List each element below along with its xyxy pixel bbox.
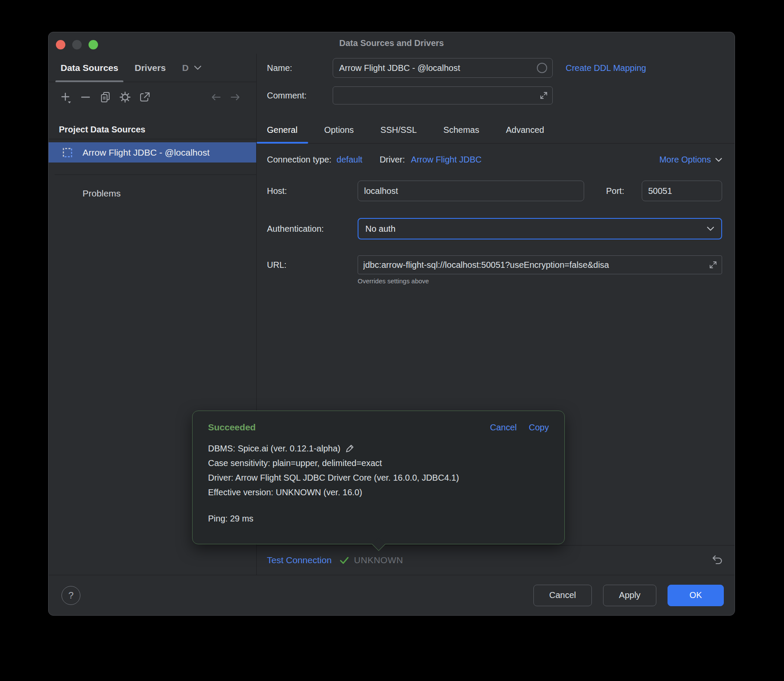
url-label: URL:: [267, 260, 358, 270]
minimize-window-button[interactable]: [72, 40, 82, 49]
driver-value-link[interactable]: Arrow Flight JDBC: [411, 155, 481, 165]
popup-driver-line: Driver: Arrow Flight SQL JDBC Driver Cor…: [208, 470, 549, 485]
tree-section-project-data-sources[interactable]: Project Data Sources: [49, 121, 256, 138]
tab-general[interactable]: General: [257, 117, 308, 143]
tab-ssh-ssl[interactable]: SSH/SSL: [370, 117, 427, 143]
revert-icon[interactable]: [711, 554, 724, 566]
sidebar-tab-strip: Data Sources Drivers D: [49, 54, 256, 82]
chevron-down-icon: [715, 158, 722, 162]
connection-type-label: Connection type:: [267, 155, 331, 165]
tab-drivers-label: Drivers: [135, 63, 165, 73]
popup-ping-line: Ping: 29 ms: [208, 514, 549, 524]
name-label: Name:: [267, 63, 333, 73]
port-value: 50051: [648, 186, 672, 196]
authentication-label: Authentication:: [267, 224, 358, 234]
popup-copy-link[interactable]: Copy: [529, 423, 549, 433]
arrow-left-icon: [209, 90, 223, 104]
copy-icon: [99, 91, 112, 104]
sidebar-toolbar: [49, 82, 256, 112]
duplicate-button[interactable]: [97, 89, 114, 106]
edit-pencil-icon[interactable]: [345, 443, 355, 454]
plus-icon: [59, 90, 73, 104]
tree-item-arrow-flight-jdbc[interactable]: Arrow Flight JDBC - @localhost: [49, 142, 256, 163]
popup-case-sensitivity-line: Case sensitivity: plain=upper, delimited…: [208, 456, 549, 470]
dialog-title: Data Sources and Drivers: [49, 32, 735, 54]
tab-truncated-label: D: [182, 63, 189, 73]
more-options-link[interactable]: More Options: [659, 155, 722, 165]
close-window-button[interactable]: [56, 40, 65, 49]
data-sources-dialog: Data Sources and Drivers Data Sources Dr…: [48, 32, 735, 616]
popup-status: Succeeded: [208, 422, 256, 433]
tab-data-sources[interactable]: Data Sources: [55, 54, 123, 82]
port-label: Port:: [606, 186, 642, 196]
data-source-icon: [62, 147, 73, 158]
screen: Data Sources and Drivers Data Sources Dr…: [0, 0, 784, 681]
connection-type-value-link[interactable]: default: [337, 155, 362, 165]
comment-input[interactable]: [333, 86, 553, 104]
tab-ddl-mappings-truncated[interactable]: D: [177, 54, 207, 82]
ok-button[interactable]: OK: [668, 585, 724, 606]
divider: [49, 139, 256, 139]
divider: [55, 175, 256, 175]
window-controls: [56, 40, 98, 49]
question-mark-icon: ?: [68, 590, 74, 601]
tree-item-problems[interactable]: Problems: [49, 184, 256, 203]
driver-label: Driver:: [380, 155, 405, 165]
success-check-icon: [339, 555, 350, 566]
create-ddl-mapping-link[interactable]: Create DDL Mapping: [566, 63, 646, 73]
forward-button[interactable]: [227, 89, 244, 106]
progress-ring-icon: [537, 63, 547, 73]
url-input[interactable]: jdbc:arrow-flight-sql://localhost:50051?…: [358, 255, 722, 274]
tree-item-label: Arrow Flight JDBC - @localhost: [83, 147, 210, 158]
dialog-footer: ? Cancel Apply OK: [49, 575, 735, 615]
name-value: Arrow Flight JDBC - @localhost: [339, 63, 460, 73]
add-data-source-button[interactable]: [57, 89, 74, 106]
test-connection-result-popup: Succeeded Cancel Copy DBMS: Spice.ai (ve…: [192, 411, 565, 544]
host-value: localhost: [364, 186, 398, 196]
data-source-properties-button[interactable]: [116, 89, 134, 106]
tab-data-sources-label: Data Sources: [61, 63, 118, 73]
tab-advanced[interactable]: Advanced: [495, 117, 555, 143]
help-button[interactable]: ?: [61, 586, 80, 605]
name-input[interactable]: Arrow Flight JDBC - @localhost: [333, 58, 553, 78]
authentication-value: No auth: [365, 224, 395, 234]
export-button[interactable]: [136, 89, 153, 106]
remove-data-source-button[interactable]: [77, 89, 94, 106]
cancel-button[interactable]: Cancel: [533, 585, 592, 606]
url-note: Overrides settings above: [358, 277, 722, 285]
popup-cancel-link[interactable]: Cancel: [490, 423, 517, 433]
back-button[interactable]: [207, 89, 224, 106]
expand-field-icon[interactable]: [539, 90, 549, 101]
authentication-select[interactable]: No auth: [358, 218, 722, 239]
tab-drivers[interactable]: Drivers: [129, 54, 171, 82]
open-in-new-icon: [138, 91, 151, 104]
tab-schemas[interactable]: Schemas: [433, 117, 490, 143]
url-value: jdbc:arrow-flight-sql://localhost:50051?…: [363, 260, 609, 270]
titlebar: Data Sources and Drivers: [49, 32, 735, 54]
apply-button[interactable]: Apply: [603, 585, 656, 606]
settings-tab-strip: General Options SSH/SSL Schemas Advanced: [257, 117, 735, 144]
chevron-down-icon[interactable]: [194, 65, 202, 70]
chevron-down-icon: [707, 227, 714, 231]
gear-icon: [118, 90, 132, 104]
test-connection-link[interactable]: Test Connection: [267, 555, 332, 565]
comment-label: Comment:: [267, 91, 333, 101]
test-connection-row: Test Connection UNKNOWN: [257, 545, 735, 575]
more-options-label: More Options: [659, 155, 711, 165]
expand-field-icon[interactable]: [708, 260, 718, 270]
popup-dbms-line: DBMS: Spice.ai (ver. 0.12.1-alpha): [208, 441, 340, 456]
minus-icon: [79, 91, 92, 104]
host-input[interactable]: localhost: [358, 181, 584, 201]
popup-effective-version-line: Effective version: UNKNOWN (ver. 16.0): [208, 485, 549, 500]
zoom-window-button[interactable]: [89, 40, 98, 49]
port-input[interactable]: 50051: [642, 181, 722, 201]
arrow-right-icon: [229, 90, 242, 104]
tab-options[interactable]: Options: [313, 117, 364, 143]
host-label: Host:: [267, 186, 358, 196]
test-connection-status: UNKNOWN: [354, 555, 403, 565]
